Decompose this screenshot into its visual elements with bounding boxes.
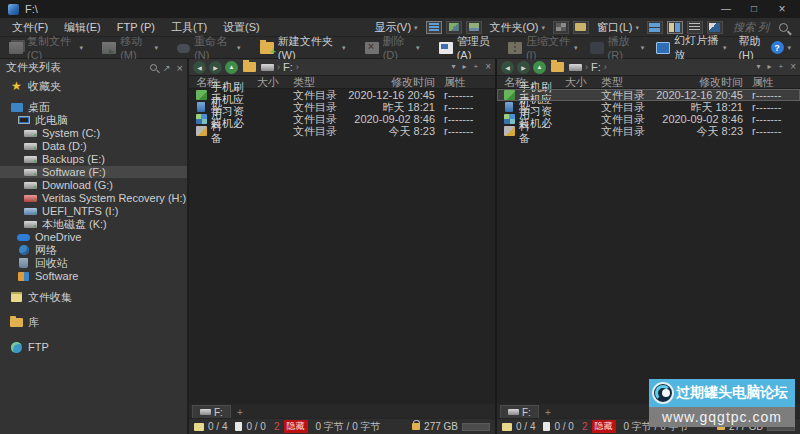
pane-add-icon[interactable]: +	[473, 63, 478, 71]
status-bar-left: 0 / 4 0 / 0 2 隐藏 0 字节 / 0 字节 277 GB	[189, 418, 495, 434]
tree-item-drive-k[interactable]: 本地磁盘 (K:)	[0, 218, 187, 230]
hidden-count: 2	[274, 421, 280, 432]
tree-popout-icon[interactable]: ↗	[163, 63, 171, 73]
folder-count-icon	[502, 423, 512, 431]
pane-nav-right-bar: ◀ ▶ ▲ › F: › ▾ ▸ + ×	[497, 59, 800, 76]
tab-bar-left: F: +	[189, 404, 495, 418]
file-row[interactable]: 装机必备 文件目录 今天 8:23 r-------	[497, 125, 800, 137]
pane-menu-icon[interactable]: ▾	[451, 63, 455, 71]
recycle-bin-icon	[17, 258, 30, 269]
tree-item-drive-c[interactable]: System (C:)	[0, 127, 187, 139]
tree-item-network[interactable]: 网络	[0, 244, 187, 256]
add-tab-icon[interactable]: +	[231, 407, 249, 418]
up-icon[interactable]: ▲	[533, 61, 546, 74]
add-tab-icon[interactable]: +	[539, 407, 557, 418]
watermark-title: 过期罐头电脑论坛	[676, 384, 788, 402]
tree-close-icon[interactable]: ×	[177, 62, 183, 74]
tree-item-drive-d[interactable]: Data (D:)	[0, 140, 187, 152]
file-pane-left: ◀ ▶ ▲ › F: › ▾ ▸ + × 名称 ▲	[189, 59, 497, 434]
tab-drive-f[interactable]: F:	[500, 405, 539, 418]
column-modified[interactable]: 修改时间	[649, 75, 743, 90]
forward-icon[interactable]: ▶	[209, 61, 222, 74]
pane-nav-left: ◀ ▶ ▲ › F: › ▾ ▸ + ×	[189, 59, 495, 76]
up-icon[interactable]: ▲	[225, 61, 238, 74]
drive-icon	[24, 180, 37, 191]
drive-icon[interactable]	[569, 64, 582, 71]
column-attrs[interactable]: 属性	[743, 75, 800, 90]
column-size[interactable]: 大小	[561, 75, 587, 90]
file-list-empty-area[interactable]	[189, 137, 495, 404]
file-pane-right: ◀ ▶ ▲ › F: › ▾ ▸ + × 名称 ▲	[497, 59, 800, 434]
pane-close-icon[interactable]: ×	[485, 62, 491, 72]
tree-item-ftp[interactable]: FTP	[0, 341, 187, 353]
tree-item-desktop[interactable]: 桌面	[0, 101, 187, 113]
maximize-button[interactable]: □	[740, 1, 768, 17]
folder-count-icon	[194, 423, 204, 431]
file-collection-icon	[10, 292, 23, 303]
hidden-count: 2	[582, 421, 588, 432]
tree-item-drive-f[interactable]: Software (F:)	[0, 166, 187, 178]
forward-icon[interactable]: ▶	[517, 61, 530, 74]
rename-icon	[177, 44, 190, 53]
file-manager-window: F:\ — □ × 文件(F) 编辑(E) FTP (P) 工具(T) 设置(S…	[0, 0, 800, 434]
tree-item-drive-g[interactable]: Download (G:)	[0, 179, 187, 191]
file-count-icon	[543, 422, 550, 431]
file-list-empty-area[interactable]	[497, 137, 800, 404]
column-modified[interactable]: 修改时间	[341, 75, 435, 90]
pane-menu-icon[interactable]: ▾	[756, 63, 760, 71]
folder-tree: ★ 收藏夹 桌面 此电脑 System (C:) Data (D:)	[0, 76, 187, 354]
lock-icon	[412, 423, 420, 430]
back-icon[interactable]: ◀	[193, 61, 206, 74]
back-icon[interactable]: ◀	[501, 61, 514, 74]
drive-icon	[24, 167, 37, 178]
tree-item-drive-i[interactable]: UEFI_NTFS (I:)	[0, 205, 187, 217]
breadcrumb-separator: ›	[296, 62, 299, 72]
file-row[interactable]: 装机必备 文件目录 今天 8:23 r-------	[189, 125, 495, 137]
tree-item-libraries[interactable]: 库	[0, 316, 187, 328]
pane-dock-icon[interactable]: ▸	[462, 63, 466, 71]
hidden-badge: 隐藏	[284, 420, 308, 433]
folder-icon[interactable]	[551, 62, 564, 72]
column-size[interactable]: 大小	[253, 75, 279, 90]
drive-icon	[200, 409, 211, 415]
help-icon: ?	[771, 41, 784, 54]
pane-add-icon[interactable]: +	[778, 63, 783, 71]
pane-close-icon[interactable]: ×	[790, 62, 796, 72]
tree-search-icon[interactable]	[150, 64, 157, 71]
ftp-icon	[10, 342, 23, 353]
breadcrumb[interactable]: F:	[283, 61, 293, 73]
tree-item-file-collection[interactable]: 文件收集	[0, 291, 187, 303]
chevron-down-icon: ▾	[342, 44, 346, 51]
folder-tree-header: 文件夹列表 ↗ ×	[0, 59, 187, 76]
tree-item-onedrive[interactable]: OneDrive	[0, 231, 187, 243]
tree-item-recycle-bin[interactable]: 回收站	[0, 257, 187, 269]
chevron-down-icon: ▾	[635, 24, 639, 31]
breadcrumb[interactable]: F:	[591, 61, 601, 73]
bytes-info: 0 字节 / 0 字节	[316, 420, 381, 434]
drive-icon[interactable]	[261, 64, 274, 71]
slideshow-icon	[656, 42, 670, 54]
tree-item-software[interactable]: Software	[0, 270, 187, 282]
search-icon[interactable]	[779, 23, 788, 32]
tree-item-drive-e[interactable]: Backups (E:)	[0, 153, 187, 165]
close-button[interactable]: ×	[768, 1, 796, 17]
onedrive-icon	[17, 232, 30, 243]
breadcrumb-separator: ›	[585, 62, 588, 72]
pane-dock-icon[interactable]: ▸	[767, 63, 771, 71]
toolbar: 复制文件(C) ▾ 移动(M) ▾ 重命名(N) ▾ 新建文件夹(W) ▾ 删除…	[0, 37, 800, 59]
tree-item-drive-h[interactable]: Veritas System Recovery (H:)	[0, 192, 187, 204]
folder-tree-title: 文件夹列表	[6, 60, 61, 75]
tree-item-favorites[interactable]: ★ 收藏夹	[0, 80, 187, 92]
minimize-button[interactable]: —	[712, 1, 740, 17]
disk-size: 277 GB	[424, 421, 458, 432]
window-title: F:\	[25, 3, 38, 15]
forum-logo-icon	[652, 382, 674, 404]
tree-item-this-pc[interactable]: 此电脑	[0, 114, 187, 126]
recovery-drive-icon	[24, 193, 37, 204]
play-icon	[590, 42, 604, 54]
column-attrs[interactable]: 属性	[435, 75, 495, 90]
folder-icon[interactable]	[243, 62, 256, 72]
tab-drive-f[interactable]: F:	[192, 405, 231, 418]
watermark-banner: 过期罐头电脑论坛	[649, 379, 795, 407]
breadcrumb-separator: ›	[277, 62, 280, 72]
